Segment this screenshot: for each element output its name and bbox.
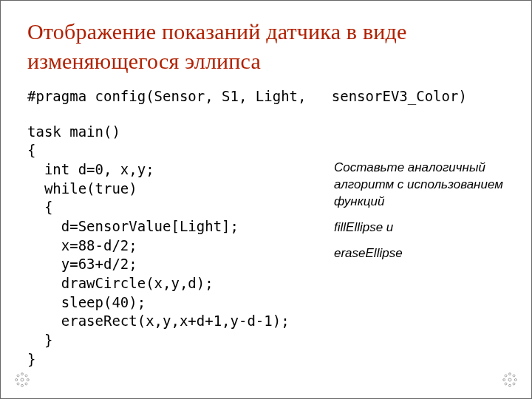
ornament-left-icon xyxy=(14,372,30,388)
code-block: task main() { int d=0, x,y; while(true) … xyxy=(27,123,319,369)
side-note-line-3: eraseEllipse xyxy=(334,245,511,262)
svg-point-6 xyxy=(25,375,27,377)
svg-point-5 xyxy=(17,375,19,377)
svg-point-9 xyxy=(508,378,511,381)
svg-point-4 xyxy=(27,379,29,381)
svg-point-11 xyxy=(509,384,511,386)
svg-point-8 xyxy=(25,383,27,385)
svg-point-17 xyxy=(513,383,515,385)
ornament-right-icon xyxy=(502,372,518,388)
side-note: Составьте аналогичный алгоритм с использ… xyxy=(334,160,511,271)
side-note-line-1: Составьте аналогичный алгоритм с использ… xyxy=(334,160,511,211)
svg-point-16 xyxy=(505,383,507,385)
svg-point-14 xyxy=(505,375,507,377)
svg-point-0 xyxy=(21,378,24,381)
svg-point-13 xyxy=(514,379,516,381)
slide-title: Отображение показаний датчика в виде изм… xyxy=(27,17,511,75)
side-note-line-2: fillEllipse и xyxy=(334,219,511,236)
slide: Отображение показаний датчика в виде изм… xyxy=(0,0,532,399)
footer-ornaments xyxy=(1,372,531,388)
svg-point-7 xyxy=(17,383,19,385)
svg-point-1 xyxy=(21,373,24,375)
svg-point-3 xyxy=(16,379,18,381)
svg-point-15 xyxy=(513,375,515,377)
content-row: task main() { int d=0, x,y; while(true) … xyxy=(27,123,511,369)
svg-point-12 xyxy=(503,379,505,381)
svg-point-10 xyxy=(509,373,511,375)
code-pragma: #pragma config(Sensor, S1, Light, sensor… xyxy=(27,87,511,106)
svg-point-2 xyxy=(21,384,24,386)
